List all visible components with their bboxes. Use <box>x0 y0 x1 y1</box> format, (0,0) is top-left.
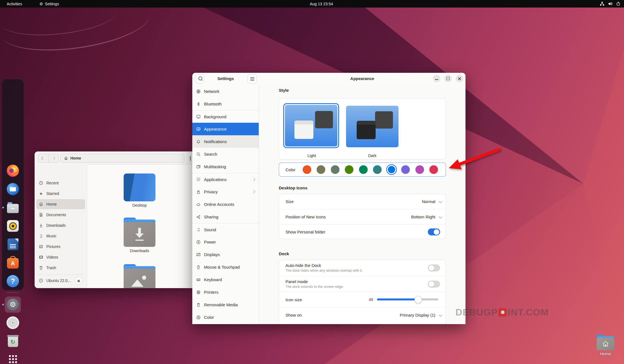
dock-separator <box>6 293 20 293</box>
accent-swatch-purple[interactable] <box>401 165 410 174</box>
app-menu-button[interactable]: ⚙ Settings <box>39 2 59 6</box>
back-button[interactable] <box>38 154 48 162</box>
row-size[interactable]: Size Normal <box>279 194 446 209</box>
folder-tile-pictures[interactable] <box>119 264 160 288</box>
sidebar-item-removable-media[interactable]: Removable Media <box>192 298 259 311</box>
desktop-home-icon[interactable]: Home <box>594 335 617 356</box>
color-wheel-icon <box>196 315 201 320</box>
files-window: Home Recent ★ Starred Home Documents Dow… <box>35 151 192 288</box>
folder-tile-desktop[interactable]: Desktop <box>119 173 160 208</box>
sidebar-item-home[interactable]: Home <box>36 199 85 209</box>
activities-button[interactable]: Activities <box>7 2 22 6</box>
settings-menu-button[interactable] <box>248 74 257 83</box>
row-value: Normal <box>422 199 435 204</box>
sidebar-item-starred[interactable]: ★ Starred <box>36 189 85 199</box>
dock-item-thunderbird[interactable] <box>5 181 21 197</box>
sidebar-item-videos[interactable]: Videos <box>36 252 85 262</box>
accent-swatch-bark[interactable] <box>317 165 325 174</box>
accent-swatch-sage[interactable] <box>331 165 340 174</box>
sidebar-item-multitasking[interactable]: Multitasking <box>192 160 259 173</box>
disc-icon <box>39 278 43 283</box>
slider-handle[interactable] <box>414 296 422 303</box>
accent-swatch-olive[interactable] <box>345 165 354 174</box>
files-sidebar: Recent ★ Starred Home Documents Download… <box>35 164 87 288</box>
running-indicator <box>2 304 4 305</box>
close-button[interactable] <box>456 75 463 82</box>
sidebar-item-background[interactable]: Background <box>192 110 259 123</box>
minimize-button[interactable] <box>433 75 440 82</box>
sidebar-item-sharing[interactable]: Sharing <box>192 211 259 223</box>
accent-swatch-magenta[interactable] <box>416 165 424 174</box>
files-menu-button[interactable] <box>188 156 192 161</box>
sidebar-item-bluetooth[interactable]: Bluetooth <box>192 98 259 110</box>
sidebar-item-downloads[interactable]: Downloads <box>36 220 85 230</box>
dock-item-settings[interactable]: ⚙ <box>5 296 21 313</box>
row-position-new-icons[interactable]: Position of New Icons Bottom Right <box>279 209 446 225</box>
dock-item-rhythmbox[interactable] <box>5 218 21 234</box>
sidebar-item-power[interactable]: Power <box>192 236 259 248</box>
watermark-text-right: INT.COM <box>508 307 549 318</box>
sidebar-item-sound[interactable]: ♫ Sound <box>192 223 259 236</box>
show-personal-folder-toggle[interactable] <box>428 228 440 235</box>
desktop-icons-heading: Desktop Icons <box>279 185 308 190</box>
sidebar-item-recent[interactable]: Recent <box>36 178 85 188</box>
help-icon <box>7 275 19 287</box>
style-option-light[interactable] <box>283 103 339 148</box>
sidebar-item-appearance[interactable]: Appearance <box>192 123 259 135</box>
accent-swatch-red[interactable] <box>429 165 438 174</box>
folder-tile-downloads[interactable]: Downloads <box>119 218 160 253</box>
accent-swatch-blue-selected[interactable] <box>388 166 395 173</box>
system-tray[interactable] <box>600 0 621 8</box>
sidebar-item-online-accounts[interactable]: Online Accounts <box>192 198 259 211</box>
desktop-screen: Home Home Recent ★ Starred Home <box>0 0 624 364</box>
app-grid-icon <box>196 177 201 182</box>
app-menu-label: Settings <box>45 2 59 6</box>
style-heading: Style <box>279 88 289 93</box>
panel-mode-toggle[interactable] <box>428 281 440 288</box>
sidebar-item-notifications[interactable]: Notifications <box>192 135 259 148</box>
sidebar-item-documents[interactable]: Documents <box>36 210 85 220</box>
maximize-button[interactable] <box>444 75 452 82</box>
sidebar-item-printers[interactable]: Printers <box>192 286 259 298</box>
path-bar[interactable]: Home <box>60 154 184 163</box>
ubuntu-software-icon <box>7 258 19 269</box>
sidebar-item-ubuntu-volume[interactable]: Ubuntu 22.0... <box>36 276 85 286</box>
sidebar-item-privacy[interactable]: Privacy <box>192 185 259 198</box>
sidebar-item-search[interactable]: Search <box>192 148 259 160</box>
dock-item-ubuntu-software[interactable] <box>5 255 21 271</box>
forward-button[interactable] <box>48 154 59 162</box>
dock-item-libreoffice-writer[interactable] <box>5 236 21 252</box>
sidebar-item-label: Documents <box>46 213 66 217</box>
settings-window: Settings Appearance Network Bluetooth Ba… <box>192 73 465 324</box>
sidebar-item-trash[interactable]: Trash <box>36 263 85 273</box>
dock-item-help[interactable] <box>5 273 21 289</box>
sidebar-item-music[interactable]: ♫ Music <box>36 231 85 241</box>
accent-swatch-viridian[interactable] <box>359 165 368 174</box>
row-show-on[interactable]: Show on Primary Display (1) <box>279 307 446 323</box>
accent-swatch-orange[interactable] <box>303 165 311 174</box>
dock-item-firefox[interactable] <box>5 163 21 179</box>
eject-button[interactable] <box>75 277 83 285</box>
dock-item-disc[interactable] <box>5 315 21 331</box>
chevron-right-icon <box>252 190 255 194</box>
path-label: Home <box>70 156 81 160</box>
sidebar-item-network[interactable]: Network <box>192 85 259 98</box>
chevron-down-icon <box>439 313 442 317</box>
star-icon: ★ <box>39 191 43 196</box>
dock-item-files[interactable] <box>5 199 21 216</box>
icon-size-slider[interactable] <box>377 298 438 300</box>
sidebar-item-pictures[interactable]: Pictures <box>36 242 85 252</box>
style-option-dark[interactable] <box>346 106 399 147</box>
accent-swatch-prussian[interactable] <box>373 165 382 174</box>
sidebar-item-mouse-touchpad[interactable]: Mouse & Touchpad <box>192 261 259 273</box>
sidebar-item-applications[interactable]: Applications <box>192 173 259 185</box>
sidebar-item-displays[interactable]: Displays <box>192 248 259 261</box>
clock[interactable]: Aug 13 23:54 <box>310 0 333 8</box>
sidebar-item-color[interactable]: Color <box>192 311 259 324</box>
pictures-folder-icon <box>124 264 155 288</box>
dock-item-app-grid[interactable] <box>5 351 21 364</box>
sidebar-item-label: Online Accounts <box>204 202 234 207</box>
dock-item-trash[interactable]: ↻ <box>5 333 21 349</box>
sidebar-item-keyboard[interactable]: Keyboard <box>192 273 259 286</box>
auto-hide-toggle[interactable] <box>428 264 440 271</box>
